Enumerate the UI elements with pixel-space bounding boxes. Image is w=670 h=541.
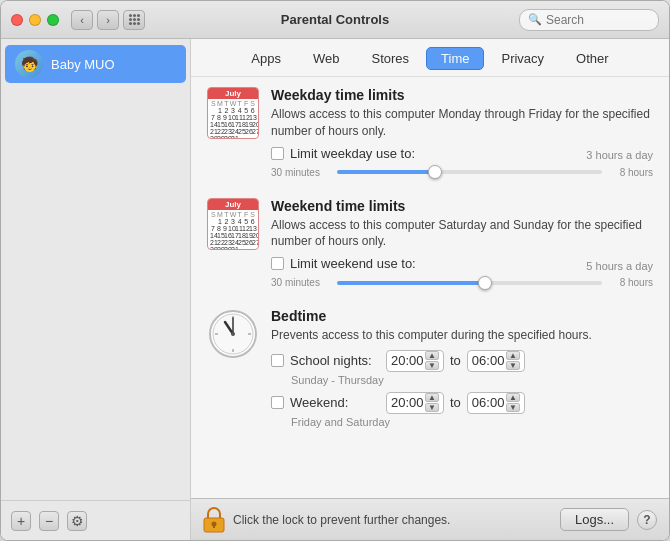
search-box[interactable]: 🔍 (519, 9, 659, 31)
tabs-bar: Apps Web Stores Time Privacy Other (191, 39, 669, 77)
tab-web[interactable]: Web (298, 47, 355, 70)
weekend-section: July SMTWTFS 123456 78910111213 14151617… (207, 198, 653, 293)
sidebar-footer: + − ⚙ (1, 500, 190, 540)
school-from-stepper: ▲ ▼ (425, 351, 439, 370)
help-button[interactable]: ? (637, 510, 657, 530)
sidebar: 🧒 Baby MUO + − ⚙ (1, 39, 191, 540)
weekday-section: July SMTWTFS 123456 78910111213 14151617… (207, 87, 653, 182)
settings-button[interactable]: ⚙ (67, 511, 87, 531)
cal-month-weekday: July (208, 88, 258, 99)
bedtime-weekend-label: Weekend: (290, 395, 380, 410)
weekday-checkbox[interactable] (271, 147, 284, 160)
weekend-from-group: 20:00 ▲ ▼ (386, 392, 444, 414)
bedtime-body: Bedtime Prevents access to this computer… (271, 308, 653, 434)
weekend-title: Weekend time limits (271, 198, 653, 214)
weekday-title: Weekday time limits (271, 87, 653, 103)
school-to-stepper: ▲ ▼ (506, 351, 520, 370)
weekday-slider-thumb[interactable] (428, 165, 442, 179)
weekend-to-input[interactable]: 06:00 ▲ ▼ (467, 392, 525, 414)
weekend-slider-min: 30 minutes (271, 277, 331, 288)
school-to-input[interactable]: 06:00 ▲ ▼ (467, 350, 525, 372)
weekend-to-label: to (450, 395, 461, 410)
weekday-slider-row: Limit weekday use to: 3 hours a day (271, 146, 653, 165)
bedtime-weekend-row: Weekend: 20:00 ▲ ▼ to (271, 392, 653, 414)
weekday-desc: Allows access to this computer Monday th… (271, 106, 653, 140)
school-to-label: to (450, 353, 461, 368)
weekend-slider-container: 30 minutes 8 hours (271, 277, 653, 288)
back-button[interactable]: ‹ (71, 10, 93, 30)
weekend-slider-row: Limit weekend use to: 5 hours a day (271, 256, 653, 275)
grid-button[interactable] (123, 10, 145, 30)
weekend-from-up[interactable]: ▲ (425, 393, 439, 402)
tab-other[interactable]: Other (561, 47, 624, 70)
cal-month-weekend: July (208, 199, 258, 210)
weekday-slider-container: 30 minutes 8 hours (271, 167, 653, 178)
weekend-to-up[interactable]: ▲ (506, 393, 520, 402)
add-user-button[interactable]: + (11, 511, 31, 531)
traffic-lights (11, 14, 59, 26)
remove-user-button[interactable]: − (39, 511, 59, 531)
weekend-to-stepper: ▲ ▼ (506, 393, 520, 412)
school-from-input[interactable]: 20:00 ▲ ▼ (386, 350, 444, 372)
sidebar-list: 🧒 Baby MUO (1, 39, 190, 500)
titlebar: ‹ › Parental Controls 🔍 (1, 1, 669, 39)
weekend-to-value: 06:00 (472, 395, 505, 410)
tab-privacy[interactable]: Privacy (486, 47, 559, 70)
bottom-bar: Click the lock to prevent further change… (191, 498, 669, 540)
school-from-value: 20:00 (391, 353, 424, 368)
weekday-checkbox-label: Limit weekday use to: (290, 146, 415, 161)
weekday-slider[interactable] (337, 170, 602, 174)
forward-button[interactable]: › (97, 10, 119, 30)
maximize-button[interactable] (47, 14, 59, 26)
tab-stores[interactable]: Stores (357, 47, 425, 70)
window-title: Parental Controls (281, 12, 389, 27)
weekend-from-input[interactable]: 20:00 ▲ ▼ (386, 392, 444, 414)
weekend-from-value: 20:00 (391, 395, 424, 410)
school-to-group: 06:00 ▲ ▼ (467, 350, 525, 372)
grid-icon (129, 14, 140, 25)
weekend-sublabel: Friday and Saturday (291, 416, 653, 428)
weekday-slider-min: 30 minutes (271, 167, 331, 178)
svg-point-8 (231, 332, 235, 336)
weekend-slider-thumb[interactable] (478, 276, 492, 290)
school-to-down[interactable]: ▼ (506, 361, 520, 370)
weekend-checkbox-row: Limit weekend use to: (271, 256, 416, 271)
weekend-calendar-icon: July SMTWTFS 123456 78910111213 14151617… (207, 198, 259, 250)
weekday-slider-max: 8 hours (608, 167, 653, 178)
right-panel: Apps Web Stores Time Privacy Other July (191, 39, 669, 540)
clock-icon (207, 308, 259, 360)
content-area: July SMTWTFS 123456 78910111213 14151617… (191, 77, 669, 498)
weekend-to-group: 06:00 ▲ ▼ (467, 392, 525, 414)
school-from-up[interactable]: ▲ (425, 351, 439, 360)
weekday-calendar-icon: July SMTWTFS 123456 78910111213 14151617… (207, 87, 259, 139)
close-button[interactable] (11, 14, 23, 26)
search-input[interactable] (546, 13, 650, 27)
tab-time[interactable]: Time (426, 47, 484, 70)
school-nights-label: School nights: (290, 353, 380, 368)
weekend-to-down[interactable]: ▼ (506, 403, 520, 412)
weekend-from-stepper: ▲ ▼ (425, 393, 439, 412)
school-nights-checkbox[interactable] (271, 354, 284, 367)
sidebar-item-baby-muo[interactable]: 🧒 Baby MUO (5, 45, 186, 83)
weekend-body: Weekend time limits Allows access to thi… (271, 198, 653, 293)
school-from-down[interactable]: ▼ (425, 361, 439, 370)
weekend-slider[interactable] (337, 281, 602, 285)
weekend-checkbox[interactable] (271, 257, 284, 270)
parental-controls-window: ‹ › Parental Controls 🔍 🧒 Baby MUO (0, 0, 670, 541)
weekend-current-value: 5 hours a day (563, 260, 653, 272)
school-to-up[interactable]: ▲ (506, 351, 520, 360)
weekend-from-down[interactable]: ▼ (425, 403, 439, 412)
minimize-button[interactable] (29, 14, 41, 26)
nav-buttons: ‹ › (71, 10, 119, 30)
tab-apps[interactable]: Apps (236, 47, 296, 70)
search-icon: 🔍 (528, 13, 542, 26)
lock-text: Click the lock to prevent further change… (233, 513, 552, 527)
lock-icon[interactable] (203, 507, 225, 533)
bedtime-weekend-checkbox[interactable] (271, 396, 284, 409)
main-content: 🧒 Baby MUO + − ⚙ Apps Web Stores Time Pr… (1, 39, 669, 540)
bedtime-title: Bedtime (271, 308, 653, 324)
weekday-current-value: 3 hours a day (563, 149, 653, 161)
logs-button[interactable]: Logs... (560, 508, 629, 531)
school-from-group: 20:00 ▲ ▼ (386, 350, 444, 372)
lock-icon-container (203, 507, 225, 533)
